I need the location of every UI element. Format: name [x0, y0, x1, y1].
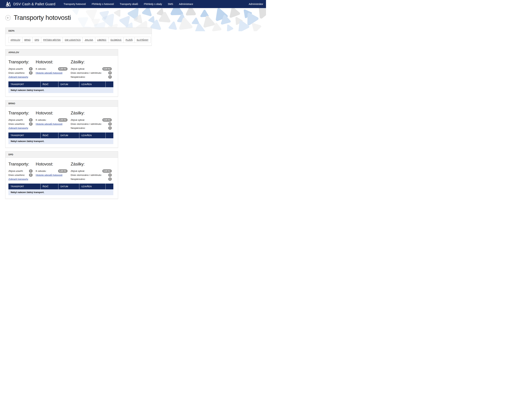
col-header-date: DATUM — [58, 183, 79, 189]
col-header-closed: UZAVŘEN — [79, 183, 105, 189]
depa-link-cell: FRÝDEK-MÍSTEK — [41, 37, 63, 43]
to-remit-label: K odvodu: — [36, 119, 47, 121]
show-transports-link[interactable]: Zobrazit transporty — [9, 127, 28, 129]
unmatched-label: Nespárováno: — [71, 127, 86, 129]
col-header-transport: TRANSPORT — [9, 183, 40, 189]
cancelled-rejected-today-badge: 0 — [108, 122, 112, 126]
transports-table: TRANSPORT ŘIDIČ DATUM UZAVŘEN Nebyl nale… — [9, 133, 113, 144]
no-transport-message: Nebyl nalezen žádný transport. — [9, 87, 113, 93]
depot-card: DPD Transporty: Zbývá uzavřít: 0 Dnes uz… — [5, 151, 118, 199]
cancelled-rejected-today-badge: 0 — [108, 173, 112, 177]
unmatched-label: Nespárováno: — [71, 76, 86, 78]
empty-table-row: Nebyl nalezen žádný transport. — [9, 87, 113, 93]
col-header-date: DATUM — [58, 81, 79, 87]
user-menu[interactable]: Administrátor — [249, 3, 263, 5]
shipments-heading: Zásilky: — [71, 59, 112, 64]
depot-card-title: APAVLOV — [5, 49, 118, 56]
dsv-logo-icon — [5, 1, 11, 7]
to-remit-label: K odvodu: — [36, 170, 47, 172]
to-remit-badge: 0,00 Kč — [58, 169, 67, 173]
cash-remittance-history-link[interactable]: Historie odvodů hotovostí — [36, 174, 62, 176]
back-arrow-icon — [7, 17, 10, 19]
remaining-to-collect-label: Zbývá vybrat: — [71, 170, 85, 172]
depa-link[interactable]: BRNO — [24, 39, 30, 41]
remaining-to-close-label: Zbývá uzavřít: — [9, 67, 23, 70]
col-header-transport: TRANSPORT — [9, 133, 40, 138]
depa-link-cell: OLOMOUC — [108, 37, 124, 43]
depa-link-cell: GW LOGISTICS — [63, 37, 83, 43]
remaining-to-close-label: Zbývá uzavřít: — [9, 119, 23, 121]
remaining-to-collect-badge: 0,00 Kč — [102, 67, 112, 71]
depa-link[interactable]: GW LOGISTICS — [65, 39, 81, 41]
depot-card: APAVLOV Transporty: Zbývá uzavřít: 0 Dne… — [5, 49, 118, 97]
back-button[interactable] — [5, 15, 11, 20]
cash-heading: Hotovost: — [36, 111, 67, 115]
remaining-to-collect-label: Zbývá vybrat: — [71, 67, 85, 70]
depa-links-table: APAVLOVBRNODPDFRÝDEK-MÍSTEKGW LOGISTICSJ… — [9, 37, 151, 43]
shipments-heading: Zásilky: — [71, 162, 112, 167]
depa-link-cell: DPD — [33, 37, 41, 43]
main-nav-menu: Transporty hotovostíPřehledy s hotovostí… — [64, 2, 193, 6]
unmatched-label: Nespárováno: — [71, 178, 86, 180]
col-header-driver: ŘIDIČ — [40, 81, 58, 87]
show-transports-link[interactable]: Zobrazit transporty — [9, 76, 28, 78]
closed-today-label: Dnes uzavřeno: — [9, 174, 25, 176]
brand-home-link[interactable]: DSV Cash & Pallet Guard — [5, 1, 55, 7]
top-navbar: DSV Cash & Pallet Guard Transporty hotov… — [0, 0, 266, 8]
depa-link[interactable]: APAVLOV — [10, 39, 20, 41]
show-transports-link[interactable]: Zobrazit transporty — [9, 178, 28, 180]
transports-table: TRANSPORT ŘIDIČ DATUM UZAVŘEN Nebyl nale… — [9, 183, 113, 195]
empty-table-row: Nebyl nalezen žádný transport. — [9, 138, 113, 144]
nav-item[interactable]: SMS — [168, 3, 173, 5]
transports-table: TRANSPORT ŘIDIČ DATUM UZAVŘEN Nebyl nale… — [9, 81, 113, 93]
depot-card: BRNO Transporty: Zbývá uzavřít: 0 Dnes u… — [5, 100, 118, 148]
nav-item[interactable]: Přehledy s obaly — [144, 3, 162, 5]
depa-link[interactable]: SLATIŇANY — [137, 39, 149, 41]
cancelled-rejected-today-label: Dnes stornováno / odmítnuto: — [71, 72, 102, 74]
depa-link[interactable]: PLZEŇ — [126, 39, 133, 41]
depa-link[interactable]: JIHLAVA — [85, 39, 93, 41]
depot-card-title: DPD — [5, 152, 118, 158]
cancelled-rejected-today-badge: 0 — [108, 71, 112, 75]
cash-remittance-history-link[interactable]: Historie odvodů hotovostí — [36, 72, 62, 74]
nav-item[interactable]: Přehledy s hotovostí — [92, 3, 114, 5]
unmatched-badge: 0 — [108, 177, 112, 181]
col-header-closed: UZAVŘEN — [79, 81, 105, 87]
col-header-date: DATUM — [58, 133, 79, 138]
empty-table-row: Nebyl nalezen žádný transport. — [9, 189, 113, 195]
page-title: Transporty hotovosti — [14, 14, 71, 21]
depa-link[interactable]: OLOMOUC — [111, 39, 122, 41]
to-remit-badge: 0,00 Kč — [58, 118, 67, 122]
nav-item[interactable]: Transporty hotovostí — [64, 3, 86, 5]
page-header: Transporty hotovosti — [0, 8, 266, 28]
nav-item[interactable]: Administrace — [179, 3, 193, 5]
col-header-actions — [105, 133, 113, 138]
depa-link[interactable]: DPD — [35, 39, 39, 41]
remaining-to-close-label: Zbývá uzavřít: — [9, 170, 23, 172]
shipments-heading: Zásilky: — [71, 111, 112, 115]
main-content: DEPA APAVLOVBRNODPDFRÝDEK-MÍSTEKGW LOGIS… — [0, 28, 266, 199]
col-header-actions — [105, 183, 113, 189]
unmatched-badge: 0 — [108, 75, 112, 79]
nav-item[interactable]: Transporty obalů — [120, 3, 138, 5]
remaining-to-close-badge: 0 — [29, 67, 32, 71]
depa-link[interactable]: FRÝDEK-MÍSTEK — [43, 39, 61, 41]
col-header-driver: ŘIDIČ — [40, 183, 58, 189]
remaining-to-collect-label: Zbývá vybrat: — [71, 119, 85, 121]
no-transport-message: Nebyl nalezen žádný transport. — [9, 138, 113, 144]
cancelled-rejected-today-label: Dnes stornováno / odmítnuto: — [71, 174, 102, 176]
to-remit-label: K odvodu: — [36, 67, 47, 70]
brand-title: DSV Cash & Pallet Guard — [13, 2, 55, 6]
depa-panel: DEPA APAVLOVBRNODPDFRÝDEK-MÍSTEKGW LOGIS… — [5, 28, 152, 46]
remaining-to-collect-badge: 0,00 Kč — [102, 169, 112, 173]
cash-heading: Hotovost: — [36, 59, 67, 64]
cash-remittance-history-link[interactable]: Historie odvodů hotovostí — [36, 123, 62, 125]
transports-heading: Transporty: — [9, 111, 33, 115]
depa-link-cell: SLATIŇANY — [134, 37, 151, 43]
depa-link-cell: APAVLOV — [9, 37, 22, 43]
depa-link[interactable]: LIBEREC — [97, 39, 106, 41]
remaining-to-close-badge: 0 — [29, 118, 32, 122]
closed-today-label: Dnes uzavřeno: — [9, 72, 25, 74]
closed-today-badge: 0 — [29, 122, 32, 126]
depa-link-cell: LIBEREC — [95, 37, 108, 43]
